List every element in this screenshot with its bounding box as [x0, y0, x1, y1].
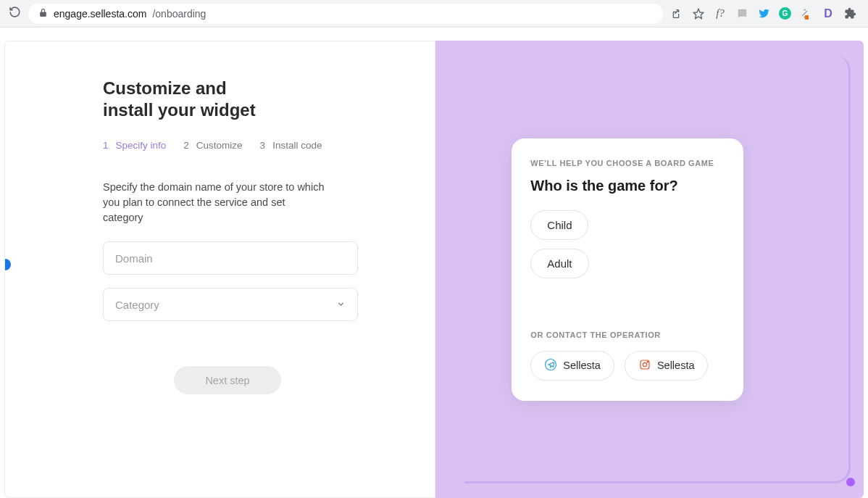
star-icon[interactable]	[692, 7, 705, 20]
svg-point-3	[643, 362, 646, 366]
lock-icon	[38, 8, 48, 20]
category-select[interactable]: Category	[103, 288, 358, 321]
grammarly-icon[interactable]: G	[779, 7, 791, 20]
contact-buttons: Sellesta Sellesta	[530, 351, 725, 381]
stepper: 1 Specify info 2 Customize 3 Install cod…	[103, 140, 333, 151]
chevron-down-icon	[336, 299, 346, 311]
svg-marker-0	[693, 9, 703, 18]
step-number: 2	[183, 140, 189, 151]
content-area: Customize and install your widget 1 Spec…	[0, 28, 868, 498]
ext-icon-1[interactable]: f?	[714, 7, 727, 20]
next-step-button[interactable]: Next step	[174, 366, 281, 394]
left-panel: Customize and install your widget 1 Spec…	[4, 41, 435, 498]
contact-label: Sellesta	[563, 360, 601, 371]
telegram-icon	[544, 358, 557, 373]
right-panel-preview: WE'LL HELP YOU CHOOSE A BOARD GAME Who i…	[435, 41, 864, 498]
url-host: engage.sellesta.com	[54, 8, 146, 20]
widget-question: Who is the game for?	[530, 178, 725, 194]
svg-point-4	[647, 361, 648, 362]
step-specify-info[interactable]: 1 Specify info	[103, 140, 166, 151]
contact-instagram[interactable]: Sellesta	[625, 351, 709, 381]
page-title: Customize and install your widget	[103, 78, 333, 121]
reload-icon[interactable]	[9, 6, 21, 21]
twitter-icon[interactable]	[757, 7, 770, 20]
ext-icon-2[interactable]	[735, 7, 748, 20]
contact-caption: OR CONTACT THE OPERATIOR	[530, 331, 725, 339]
step-label: Install code	[272, 140, 322, 151]
title-line-1: Customize and	[103, 78, 227, 98]
widget-preview-card: WE'LL HELP YOU CHOOSE A BOARD GAME Who i…	[512, 138, 743, 401]
widget-options: Child Adult	[530, 210, 725, 287]
widget-caption: WE'LL HELP YOU CHOOSE A BOARD GAME	[530, 159, 725, 167]
ext-icon-3[interactable]	[800, 7, 813, 20]
blue-indicator-dot	[4, 259, 11, 270]
contact-label: Sellesta	[657, 360, 695, 371]
step-label: Customize	[196, 140, 243, 151]
svg-point-1	[546, 359, 556, 370]
browser-extension-icons: f? G D	[670, 7, 859, 20]
step-label: Specify info	[116, 140, 167, 151]
step-description: Specify the domain name of your store to…	[103, 180, 327, 225]
category-placeholder: Category	[115, 299, 159, 311]
contact-telegram[interactable]: Sellesta	[530, 351, 614, 381]
instagram-icon	[638, 358, 651, 373]
step-number: 1	[103, 140, 109, 151]
step-customize[interactable]: 2 Customize	[183, 140, 242, 151]
step-number: 3	[260, 140, 266, 151]
title-line-2: install your widget	[103, 100, 256, 120]
domain-input[interactable]: Domain	[103, 241, 358, 275]
option-child[interactable]: Child	[530, 210, 588, 240]
url-bar[interactable]: engage.sellesta.com/onboarding	[28, 4, 663, 24]
domain-placeholder: Domain	[115, 252, 153, 265]
option-adult[interactable]: Adult	[530, 249, 588, 278]
purple-indicator-dot	[846, 478, 855, 486]
extensions-icon[interactable]	[843, 7, 856, 20]
ext-icon-d[interactable]: D	[822, 7, 835, 20]
share-icon[interactable]	[670, 7, 683, 20]
browser-address-bar: engage.sellesta.com/onboarding f? G D	[0, 0, 868, 28]
url-path: /onboarding	[152, 8, 206, 20]
step-install-code[interactable]: 3 Install code	[260, 140, 322, 151]
